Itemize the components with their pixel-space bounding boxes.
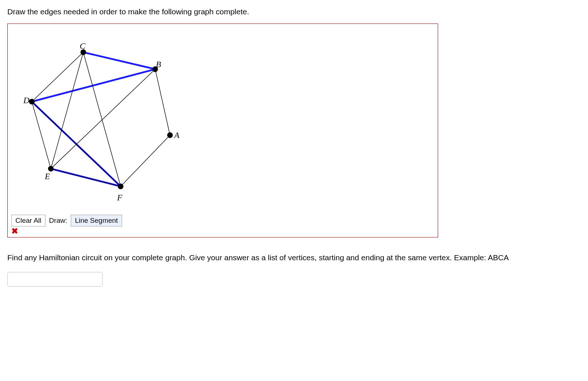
vertex-E[interactable] bbox=[48, 166, 54, 171]
edge-BE bbox=[51, 69, 155, 168]
graph-canvas[interactable]: ABCDEF bbox=[11, 28, 195, 211]
vertex-A[interactable] bbox=[167, 133, 173, 138]
question-1-text: Draw the edges needed in order to make t… bbox=[7, 7, 581, 16]
draw-label: Draw: bbox=[48, 217, 68, 225]
vertex-label-D: D bbox=[23, 95, 30, 105]
edge-BC bbox=[83, 52, 155, 69]
incorrect-x-icon: ✖ bbox=[11, 227, 434, 235]
clear-all-button[interactable]: Clear All bbox=[11, 215, 45, 226]
graph-interaction-box: ABCDEF Clear All Draw: Line Segment ✖ bbox=[7, 23, 438, 237]
vertex-label-C: C bbox=[80, 41, 86, 51]
vertex-label-F: F bbox=[117, 193, 122, 202]
edge-CF bbox=[83, 52, 121, 186]
vertex-D[interactable] bbox=[29, 99, 34, 104]
vertex-label-B: B bbox=[156, 59, 161, 69]
edge-AB bbox=[155, 69, 170, 135]
edge-AF bbox=[121, 135, 170, 186]
edge-CE bbox=[51, 52, 83, 168]
question-2-text: Find any Hamiltonian circuit on your com… bbox=[7, 252, 581, 263]
vertex-label-A: A bbox=[173, 130, 180, 140]
hamiltonian-answer-input[interactable] bbox=[7, 272, 103, 287]
edge-BD bbox=[32, 69, 155, 101]
vertex-F[interactable] bbox=[118, 184, 123, 189]
draw-controls: Clear All Draw: Line Segment bbox=[11, 215, 434, 226]
line-segment-button[interactable]: Line Segment bbox=[71, 215, 122, 226]
vertex-label-E: E bbox=[44, 171, 50, 181]
